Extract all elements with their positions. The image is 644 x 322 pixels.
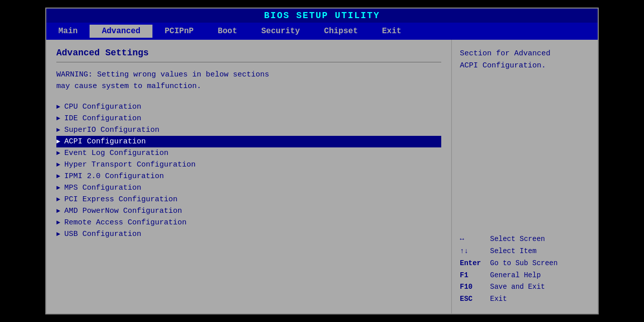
key-label: ↑↓ [460, 246, 490, 258]
right-panel: Section for Advanced ACPI Configuration.… [452, 40, 598, 313]
arrow-icon: ► [56, 126, 60, 134]
key-help-f1: F1 General Help [460, 270, 590, 282]
item-label: IPMI 2.0 Configuration [64, 172, 164, 181]
key-help-select-screen: ↔ Select Screen [460, 233, 590, 246]
key-label: ESC [460, 293, 490, 305]
list-item[interactable]: ► PCI Express Configuration [56, 194, 441, 205]
item-label: USB Configuration [64, 230, 141, 238]
menu-item-boot[interactable]: Boot [206, 25, 249, 38]
key-help-select-item: ↑↓ Select Item [460, 246, 590, 258]
item-label: Event Log Configuration [64, 149, 169, 157]
list-item[interactable]: ► SuperIO Configuration [56, 124, 441, 136]
key-desc: Exit [490, 293, 507, 305]
key-label: ↔ [460, 233, 490, 246]
panel-title: Advanced Settings [56, 48, 441, 58]
list-item[interactable]: ► Remote Access Configuration [56, 217, 441, 228]
key-label: F10 [460, 281, 490, 293]
item-label: AMD PowerNow Configuration [64, 207, 182, 215]
arrow-icon: ► [56, 219, 60, 226]
key-help: ↔ Select Screen ↑↓ Select Item Enter Go … [460, 233, 590, 305]
list-item[interactable]: ► CPU Configuration [56, 101, 441, 113]
key-desc: Select Item [490, 246, 536, 258]
menu-item-pciPnP[interactable]: PCIPnP [152, 25, 206, 38]
menu-list: ► CPU Configuration ► IDE Configuration … [56, 101, 441, 240]
key-help-esc: ESC Exit [460, 293, 590, 305]
item-label: Hyper Transport Configuration [64, 160, 196, 169]
menu-item-advanced[interactable]: Advanced [90, 25, 152, 38]
key-desc: Save and Exit [490, 281, 545, 293]
right-panel-inner: Section for Advanced ACPI Configuration.… [460, 48, 590, 305]
item-label: ACPI Configuration [64, 137, 146, 146]
list-item[interactable]: ► Event Log Configuration [56, 147, 441, 159]
key-help-enter: Enter Go to Sub Screen [460, 258, 590, 270]
content-area: Advanced Settings WARNING: Setting wrong… [46, 40, 598, 313]
arrow-icon: ► [56, 184, 60, 192]
item-label: Remote Access Configuration [64, 218, 187, 227]
key-desc: Go to Sub Screen [490, 258, 557, 270]
bios-container: BIOS SETUP UTILITY Main Advanced PCIPnP … [45, 8, 599, 314]
list-item[interactable]: ► Hyper Transport Configuration [56, 159, 441, 171]
key-label: F1 [460, 270, 490, 282]
menu-item-exit[interactable]: Exit [370, 25, 413, 38]
list-item[interactable]: ► IPMI 2.0 Configuration [56, 171, 441, 182]
left-panel: Advanced Settings WARNING: Setting wrong… [46, 40, 452, 313]
arrow-icon: ► [56, 103, 60, 111]
item-label: SuperIO Configuration [64, 126, 159, 134]
title-bar: BIOS SETUP UTILITY [46, 9, 598, 23]
list-item-selected[interactable]: ► ACPI Configuration [56, 136, 441, 147]
key-desc: Select Screen [490, 233, 545, 246]
arrow-icon: ► [56, 138, 60, 145]
divider [56, 62, 441, 62]
list-item[interactable]: ► USB Configuration [56, 228, 441, 240]
item-label: CPU Configuration [64, 103, 141, 111]
menu-item-security[interactable]: Security [249, 25, 312, 38]
arrow-icon: ► [56, 207, 60, 215]
item-label: PCI Express Configuration [64, 195, 178, 204]
key-help-f10: F10 Save and Exit [460, 281, 590, 293]
key-label: Enter [460, 258, 490, 270]
arrow-icon: ► [56, 173, 60, 180]
arrow-icon: ► [56, 115, 60, 122]
arrow-icon: ► [56, 196, 60, 203]
arrow-icon: ► [56, 149, 60, 157]
arrow-icon: ► [56, 230, 60, 238]
menu-item-chipset[interactable]: Chipset [312, 25, 370, 38]
menu-item-main[interactable]: Main [46, 25, 90, 38]
list-item[interactable]: ► AMD PowerNow Configuration [56, 205, 441, 217]
arrow-icon: ► [56, 161, 60, 169]
menu-bar: Main Advanced PCIPnP Boot Security Chips… [46, 23, 598, 40]
section-description: Section for Advanced ACPI Configuration. [460, 48, 590, 72]
item-label: IDE Configuration [64, 114, 141, 123]
item-label: MPS Configuration [64, 184, 141, 192]
warning-text: WARNING: Setting wrong values in below s… [56, 69, 441, 92]
key-desc: General Help [490, 270, 541, 282]
bios-title: BIOS SETUP UTILITY [264, 11, 380, 21]
list-item[interactable]: ► IDE Configuration [56, 113, 441, 124]
list-item[interactable]: ► MPS Configuration [56, 182, 441, 194]
